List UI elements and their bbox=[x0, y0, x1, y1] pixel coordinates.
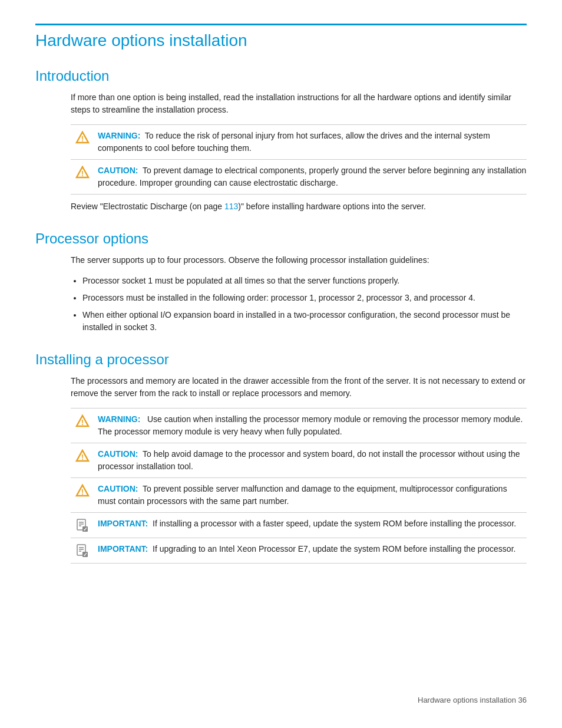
caution-icon-1: ! bbox=[71, 164, 94, 180]
introduction-title: Introduction bbox=[35, 68, 527, 84]
important-icon-2: ✓ bbox=[71, 543, 94, 558]
important-icon-1: ✓ bbox=[71, 518, 94, 533]
page-link[interactable]: 113 bbox=[224, 202, 238, 211]
processor-options-body: The server supports up to four processor… bbox=[71, 254, 527, 266]
warning-icon-1: ! bbox=[71, 130, 94, 145]
list-item: When either optional I/O expansion board… bbox=[82, 309, 527, 334]
caution-icon-2: ! bbox=[71, 448, 94, 463]
svg-text:✓: ✓ bbox=[83, 552, 88, 558]
warning-notice-1: ! WARNING: To reduce the risk of persona… bbox=[71, 124, 527, 159]
warning-notice-2: ! WARNING: Use caution when installing t… bbox=[71, 408, 527, 443]
svg-text:!: ! bbox=[81, 488, 84, 496]
warning-text-2: WARNING: Use caution when installing the… bbox=[94, 413, 527, 438]
introduction-body: If more than one option is being install… bbox=[71, 91, 527, 116]
introduction-notices: ! WARNING: To reduce the risk of persona… bbox=[71, 124, 527, 195]
warning-text-1: WARNING: To reduce the risk of personal … bbox=[94, 130, 527, 154]
warning-icon-2: ! bbox=[71, 413, 94, 429]
installing-processor-section: Installing a processor The processors an… bbox=[35, 351, 527, 564]
page-title: Hardware options installation bbox=[35, 24, 527, 50]
caution-notice-3: ! CAUTION: To prevent possible server ma… bbox=[71, 477, 527, 512]
installing-processor-notices: ! WARNING: Use caution when installing t… bbox=[71, 408, 527, 564]
svg-text:!: ! bbox=[81, 419, 84, 427]
list-item: Processors must be installed in the foll… bbox=[82, 292, 527, 304]
svg-text:✓: ✓ bbox=[83, 526, 88, 532]
important-notice-2: ✓ IMPORTANT: If upgrading to an Intel Xe… bbox=[71, 538, 527, 564]
svg-text:!: ! bbox=[81, 135, 84, 143]
important-notice-1: ✓ IMPORTANT: If installing a processor w… bbox=[71, 512, 527, 538]
caution-text-1: CAUTION: To prevent damage to electrical… bbox=[94, 164, 527, 189]
svg-text:!: ! bbox=[81, 170, 84, 178]
review-text: Review "Electrostatic Discharge (on page… bbox=[71, 200, 527, 213]
caution-text-3: CAUTION: To prevent possible server malf… bbox=[94, 483, 527, 508]
important-text-1: IMPORTANT: If installing a processor wit… bbox=[94, 518, 527, 530]
processor-options-title: Processor options bbox=[35, 230, 527, 247]
important-text-2: IMPORTANT: If upgrading to an Intel Xeon… bbox=[94, 543, 527, 555]
caution-icon-3: ! bbox=[71, 483, 94, 498]
svg-text:!: ! bbox=[81, 453, 84, 462]
page-footer: Hardware options installation 36 bbox=[418, 696, 527, 704]
caution-notice-2: ! CAUTION: To help avoid damage to the p… bbox=[71, 443, 527, 477]
processor-options-section: Processor options The server supports up… bbox=[35, 230, 527, 334]
installing-processor-body: The processors and memory are located in… bbox=[71, 375, 527, 400]
caution-text-2: CAUTION: To help avoid damage to the pro… bbox=[94, 448, 527, 473]
processor-options-list: Processor socket 1 must be populated at … bbox=[82, 275, 527, 334]
installing-processor-title: Installing a processor bbox=[35, 351, 527, 368]
list-item: Processor socket 1 must be populated at … bbox=[82, 275, 527, 287]
caution-notice-1: ! CAUTION: To prevent damage to electric… bbox=[71, 159, 527, 195]
introduction-section: Introduction If more than one option is … bbox=[35, 68, 527, 213]
